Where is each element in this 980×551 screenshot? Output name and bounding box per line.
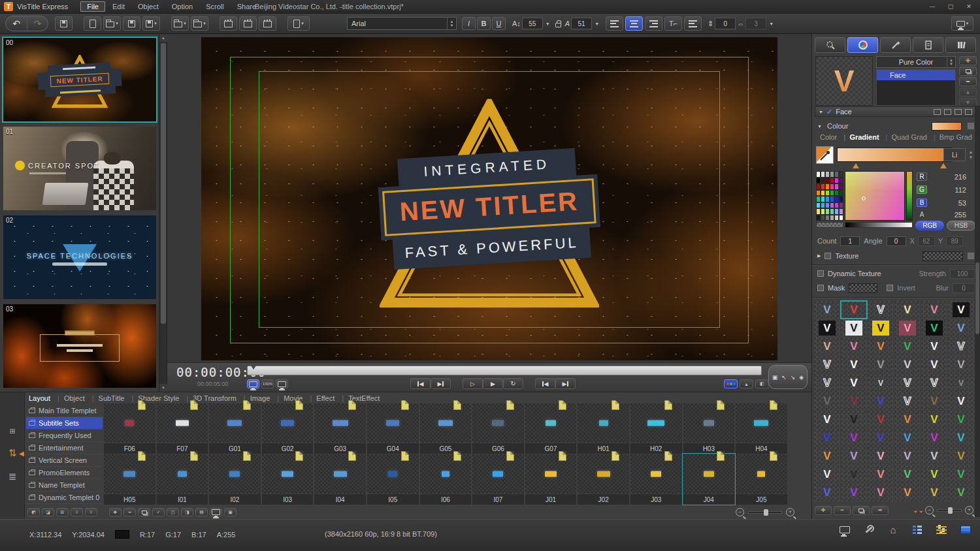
- style-preset-cell[interactable]: V: [921, 411, 947, 428]
- channel-value-a[interactable]: 255: [955, 211, 977, 219]
- style-preset-cell[interactable]: V: [841, 319, 867, 337]
- line-style-button[interactable]: [684, 16, 702, 31]
- category-item[interactable]: PromoElements: [26, 467, 103, 479]
- library-tab[interactable]: Shader Style: [126, 394, 181, 403]
- hierarchy-icon[interactable]: ⊞: [5, 424, 20, 438]
- style-preset-cell[interactable]: V: [868, 429, 894, 447]
- style-preset-cell[interactable]: V: [814, 411, 840, 428]
- count-input[interactable]: 1: [840, 236, 860, 246]
- colour-subsection-header[interactable]: ▼ Colour: [817, 121, 975, 131]
- style-preset-cell[interactable]: V: [894, 484, 921, 501]
- style-preset-cell[interactable]: V: [841, 356, 867, 373]
- angle-input[interactable]: 0: [887, 236, 906, 246]
- palette-swatch[interactable]: [816, 190, 821, 197]
- style-preset-cell[interactable]: V: [894, 465, 921, 483]
- add-template-button[interactable]: ✚: [109, 508, 122, 516]
- palette-swatch[interactable]: [830, 178, 834, 184]
- template-cell[interactable]: I05: [367, 454, 419, 505]
- style-mode-select[interactable]: Pure Color ▲▼: [876, 56, 956, 68]
- zoom-level-button[interactable]: 100%: [261, 379, 274, 388]
- zoom-slider-thumb[interactable]: [948, 507, 953, 514]
- open-project-button[interactable]: ▾: [103, 16, 121, 31]
- style-preset-cell[interactable]: V: [868, 484, 894, 501]
- add-roll-button[interactable]: [259, 16, 276, 31]
- dropdown-arrow-icon[interactable]: ▼: [546, 22, 550, 26]
- transform-tools-button[interactable]: ▣↖ ↘◈: [768, 365, 808, 389]
- palette-swatch[interactable]: [830, 183, 834, 190]
- monitor-small-button[interactable]: [210, 508, 222, 516]
- palette-swatch[interactable]: [825, 190, 830, 197]
- palette-swatch[interactable]: [816, 208, 821, 215]
- text-direction-button[interactable]: T⌐: [664, 16, 682, 31]
- tab-library[interactable]: [945, 37, 976, 53]
- palette-swatch[interactable]: [816, 196, 821, 202]
- style-preset-cell[interactable]: V: [868, 338, 894, 355]
- underline-button[interactable]: U: [492, 17, 506, 30]
- expand-triangle-icon[interactable]: ▼: [817, 124, 822, 129]
- style-preset-cell[interactable]: V: [894, 447, 921, 465]
- zoom-out-icon[interactable]: −: [925, 506, 934, 514]
- style-preset-cell[interactable]: V: [868, 392, 894, 410]
- palette-swatch[interactable]: [834, 208, 839, 215]
- title-thumbnail-03[interactable]: 03: [3, 304, 156, 388]
- palette-swatch[interactable]: [839, 196, 843, 202]
- expand-triangle-icon[interactable]: ▶: [817, 253, 821, 259]
- snapshot-button[interactable]: ▣: [224, 508, 237, 516]
- palette-swatch[interactable]: [825, 215, 830, 221]
- fill-mode-tab[interactable]: Gradient: [838, 133, 880, 141]
- face-section-header[interactable]: ▼ ✓ Face: [815, 106, 976, 117]
- template-cell[interactable]: H05: [103, 454, 156, 505]
- category-item[interactable]: Name Templet: [26, 479, 103, 492]
- add-subtitle-button[interactable]: [239, 16, 257, 31]
- library-tab[interactable]: Layout: [27, 394, 52, 403]
- palette-swatch[interactable]: [830, 208, 834, 215]
- duplicate-template-button[interactable]: [138, 508, 150, 516]
- swatch-options-icon[interactable]: [967, 122, 975, 130]
- redo-button[interactable]: ↷: [27, 16, 48, 31]
- style-preset-cell[interactable]: V: [894, 338, 921, 355]
- split-view-button[interactable]: ◧: [755, 379, 769, 388]
- channel-value-g[interactable]: 112: [955, 186, 977, 194]
- select-spinner[interactable]: ▲▼: [947, 57, 955, 67]
- palette-swatch[interactable]: [816, 215, 821, 221]
- gradient-stop-marker[interactable]: [853, 163, 859, 168]
- template-cell[interactable]: G05: [419, 403, 472, 454]
- style-preset-cell[interactable]: V: [921, 338, 947, 355]
- style-preset-cell[interactable]: V: [894, 429, 921, 447]
- style-preset-cell[interactable]: V: [894, 356, 921, 373]
- fit-template-button[interactable]: ⊞: [56, 508, 69, 516]
- style-preset-cell[interactable]: V: [921, 392, 947, 410]
- replace-template-button[interactable]: ◪: [42, 508, 54, 516]
- zoom-in-icon[interactable]: +: [786, 508, 794, 516]
- texture-checkbox[interactable]: [825, 253, 831, 259]
- template-cell[interactable]: J03: [630, 454, 683, 505]
- style-preset-cell[interactable]: V: [841, 411, 867, 428]
- style-preset-cell[interactable]: V: [921, 465, 947, 483]
- move-down-button[interactable]: ◊: [85, 508, 97, 516]
- video-canvas[interactable]: INTEGRATED NEW TITLER FAST & POWERFUL: [201, 37, 777, 360]
- align-center-button[interactable]: [625, 16, 643, 31]
- collapse-panel-icon[interactable]: ◀: [19, 450, 24, 457]
- library-tab[interactable]: Effect: [304, 394, 336, 403]
- save-all-button[interactable]: ▾: [142, 16, 160, 31]
- palette-swatch[interactable]: [825, 183, 830, 190]
- home-icon[interactable]: ⌂: [887, 524, 900, 535]
- palette-swatch[interactable]: [830, 202, 834, 209]
- layers-icon[interactable]: ≣: [5, 469, 20, 484]
- style-preset-cell[interactable]: V: [868, 447, 894, 465]
- template-cell[interactable]: I06: [419, 454, 472, 505]
- style-preset-cell[interactable]: V: [841, 447, 867, 465]
- template-cell[interactable]: H02: [630, 403, 683, 454]
- saturation-picker[interactable]: [845, 171, 905, 221]
- settings-sliders-icon[interactable]: [935, 524, 948, 535]
- style-preset-cell[interactable]: V: [948, 484, 974, 501]
- library-tab[interactable]: Object: [52, 394, 86, 403]
- library-stack-icon[interactable]: [959, 524, 972, 535]
- palette-swatch[interactable]: [821, 178, 825, 184]
- category-item[interactable]: Frequently Used: [26, 430, 103, 442]
- interpolation-spinner[interactable]: ▲▼: [967, 148, 975, 161]
- title-thumbnail-02[interactable]: SPACE TECHNOLOGIES 02: [3, 215, 156, 299]
- style-preset-cell[interactable]: V: [841, 374, 867, 392]
- palette-swatch[interactable]: [821, 208, 825, 215]
- rgb-mode-button[interactable]: RGB: [915, 221, 944, 230]
